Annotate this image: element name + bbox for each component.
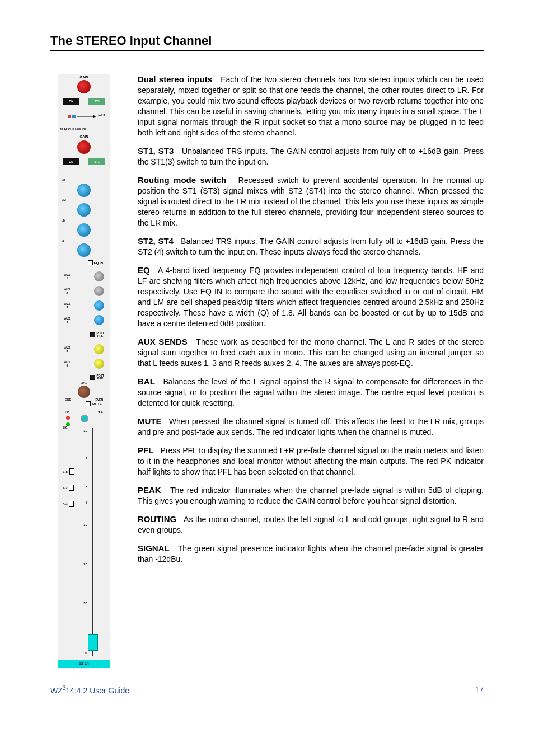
aux6-label: AUX 6 (64, 360, 71, 367)
eq-hm-knob[interactable] (77, 203, 91, 217)
on-button-st3[interactable]: ON (63, 98, 79, 105)
pk-led (66, 416, 70, 420)
channel-strip-diagram: GAIN ON ST3 to LR to 13-14 (ST3+ST4) GAI… (58, 74, 110, 668)
pfl-label: PFL (97, 410, 103, 414)
aux-title: AUX SENDS (138, 337, 188, 346)
description-text: Dual stereo inputs Each of the two stere… (138, 74, 484, 668)
section-title: The STEREO Input Channel (50, 34, 484, 51)
st13-title: ST1, ST3 (138, 146, 174, 156)
pfl-title: PFL (138, 445, 153, 455)
channel-diagram-column: GAIN ON ST3 to LR to 13-14 (ST3+ST4) GAI… (50, 74, 118, 668)
st24-text: Balanced TRS inputs. The GAIN control ad… (138, 237, 484, 256)
mute-switch[interactable]: MUTE (86, 401, 102, 406)
bal-knob[interactable] (78, 386, 90, 398)
gain-knob-2[interactable] (77, 140, 91, 154)
post-pre-switch-1[interactable]: POSTPRE (90, 332, 104, 337)
route-lr[interactable]: L-R (63, 465, 74, 478)
st24-title: ST2, ST4 (138, 236, 174, 246)
signal-title: SIGNAL (138, 543, 170, 553)
gain-knob-1[interactable] (77, 80, 91, 93)
eq-lm-label: LM (62, 219, 65, 222)
fader[interactable]: 10 5 0 5 10 20 30 ∞ (90, 428, 95, 656)
bal-text: Balances the level of the L signal again… (138, 377, 484, 407)
dual-stereo-text: Each of the two stereo channels has two … (138, 75, 484, 137)
st13-text: Unbalanced TRS inputs. The GAIN control … (138, 147, 484, 166)
aux5-knob[interactable] (94, 344, 104, 354)
eq-lf-label: LF (62, 239, 65, 242)
eq-hm-label: HM (62, 199, 66, 202)
pfl-button[interactable] (81, 415, 88, 422)
to-channel-label: to 13-14 (ST3+ST4) (60, 127, 86, 130)
page-footer: WZ314:4:2 User Guide 17 (50, 685, 484, 695)
page-number: 17 (475, 685, 484, 695)
aux1-label: AUX 1 (64, 273, 71, 280)
aux3-knob[interactable] (94, 300, 104, 311)
eq-title: EQ (138, 265, 150, 275)
st1-button[interactable]: ST1 (88, 158, 105, 165)
aux4-knob[interactable] (94, 315, 104, 325)
mute-text: When pressed the channel signal is turne… (138, 417, 484, 436)
eq-hf-label: HF (62, 179, 65, 182)
aux2-knob[interactable] (94, 286, 104, 296)
aux6-knob[interactable] (94, 359, 104, 369)
eq-lm-knob[interactable] (77, 223, 91, 237)
bal-label: BAL (58, 381, 110, 384)
eq-text: A 4-band fixed frequency EQ provides ind… (138, 266, 484, 328)
footer-model: WZ314:4:2 User Guide (50, 685, 129, 695)
dual-stereo-title: Dual stereo inputs (138, 74, 212, 84)
peak-text: The red indicator illuminates when the c… (138, 486, 484, 505)
pk-label: PK (65, 410, 69, 414)
eq-hf-knob[interactable] (77, 184, 91, 197)
pfl-text: Press PFL to display the summed L+R pre-… (138, 446, 484, 476)
route-34[interactable]: 3-4 (63, 497, 74, 510)
peak-title: PEAK (138, 485, 161, 495)
svg-rect-1 (72, 115, 76, 118)
route-12[interactable]: 1-2 (63, 481, 74, 494)
signal-text: The green signal presence indicator ligh… (138, 544, 484, 564)
aux5-label: AUX 5 (64, 346, 71, 353)
st3-button[interactable]: ST3 (88, 98, 105, 105)
routing-buttons: L-R 1-2 3-4 (63, 462, 74, 514)
odd-label: ODD (65, 398, 71, 401)
aux1-knob[interactable] (94, 271, 104, 281)
aux-text: These work as described for the mono cha… (138, 337, 484, 368)
aux4-label: AUX 4 (64, 317, 71, 323)
routing-mode-switch[interactable]: to LR (64, 114, 104, 125)
gain-label-1: GAIN (58, 76, 110, 79)
bal-title: BAL (138, 377, 155, 386)
eq-in-switch[interactable]: EQ IN (88, 260, 103, 265)
aux3-label: AUX 3 (64, 302, 71, 309)
svg-rect-0 (68, 115, 71, 118)
channel-number-label: 13-14 (58, 660, 110, 668)
routing-text: As the mono channel, routes the left sig… (138, 515, 484, 534)
eq-lf-knob[interactable] (77, 243, 91, 257)
routing-title: ROUTING (138, 514, 176, 524)
mute-title: MUTE (138, 416, 162, 426)
fader-cap[interactable] (88, 634, 98, 651)
svg-marker-2 (93, 115, 96, 118)
post-pre-switch-2[interactable]: POSTPRE (90, 374, 104, 380)
aux2-label: AUX 2 (64, 288, 71, 294)
on-button-st1[interactable]: ON (63, 158, 79, 165)
routing-mode-title: Routing mode switch (138, 175, 226, 185)
gain-label-2: GAIN (58, 135, 110, 138)
to-lr-label: to LR (98, 114, 105, 117)
